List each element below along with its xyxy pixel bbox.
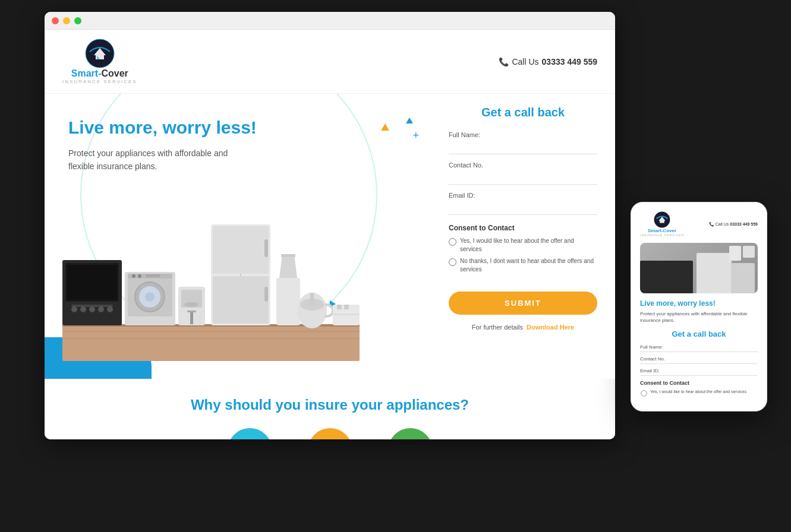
mobile-img-appliance-1 — [729, 246, 741, 261]
mobile-appliance-image — [640, 243, 758, 293]
maximize-btn[interactable] — [74, 17, 81, 24]
mobile-full-name-group: Full Name: — [640, 344, 758, 352]
mobile-contact-label: Contact No. — [640, 356, 758, 362]
consent-section: Consent to Contact Yes, I would like to … — [449, 224, 597, 274]
svg-rect-36 — [281, 254, 295, 257]
close-btn[interactable] — [52, 17, 59, 24]
mobile-logo: Smart-Cover INSURANCE SERVICES — [640, 211, 684, 237]
contact-group: Contact No. — [449, 162, 597, 185]
why-icon-2: 👑 — [308, 428, 352, 439]
hero-section: + ✕ + Live more, worry less! Protect you… — [45, 94, 615, 379]
svg-point-18 — [145, 292, 155, 302]
svg-rect-27 — [190, 312, 193, 324]
svg-rect-42 — [344, 305, 349, 309]
download-text: For further details — [472, 324, 523, 331]
hero-tagline: Live more, worry less! — [68, 118, 413, 138]
email-group: Email ID: — [449, 192, 597, 215]
why-title: Why should you insure your appliances? — [62, 397, 597, 413]
appliances-illustration — [62, 195, 360, 361]
svg-rect-41 — [337, 305, 342, 309]
mobile-mockup: Smart-Cover INSURANCE SERVICES 📞 Call Us… — [631, 202, 767, 411]
form-title: Get a call back — [449, 106, 597, 119]
hero-left: Live more, worry less! Protect your appl… — [45, 94, 431, 379]
svg-rect-32 — [264, 287, 268, 302]
submit-button[interactable]: SUBMIT — [449, 292, 597, 315]
svg-rect-22 — [146, 274, 160, 277]
svg-rect-29 — [213, 226, 269, 274]
mobile-call-label: 📞 Call Us 03333 449 559 — [709, 222, 758, 227]
logo-icon — [85, 39, 115, 68]
download-link[interactable]: Download Here — [527, 324, 574, 331]
consent-title: Consent to Contact — [449, 224, 597, 232]
consent-no-radio[interactable] — [449, 258, 456, 266]
svg-rect-34 — [276, 278, 300, 325]
svg-rect-39 — [310, 293, 314, 305]
download-section: For further details Download Here — [449, 324, 597, 331]
why-icon-3: ⚙ — [388, 428, 433, 439]
call-label: Call Us — [512, 57, 538, 66]
why-icon-1: 🛡 — [228, 428, 272, 439]
svg-point-21 — [138, 274, 141, 278]
mobile-call-section: 📞 Call Us 03333 449 559 — [709, 222, 758, 227]
mobile-consent-yes-text: Yes, I would like to hear about the offe… — [650, 389, 746, 394]
full-name-label: Full Name: — [449, 131, 597, 138]
mobile-img-appliance-2 — [743, 246, 755, 258]
phone-number: 03333 449 559 — [542, 57, 597, 66]
mobile-consent-yes-row: Yes, I would like to hear about the offe… — [640, 389, 758, 397]
why-section: Why should you insure your appliances? 🛡… — [45, 379, 615, 439]
svg-marker-35 — [279, 254, 297, 278]
mobile-email-label: Email ID: — [640, 368, 758, 373]
hero-subtitle: Protect your appliances with affordable … — [68, 147, 235, 173]
mobile-full-name-label: Full Name: — [640, 344, 758, 350]
mobile-img-fridge — [697, 253, 732, 293]
logo-subtitle: INSURANCE SERVICES — [62, 79, 137, 84]
consent-yes-option: Yes, I would like to hear about the offe… — [449, 237, 597, 254]
svg-point-20 — [132, 274, 135, 278]
svg-point-10 — [80, 306, 86, 312]
consent-yes-radio[interactable] — [449, 238, 456, 246]
mobile-phone-icon: 📞 — [709, 222, 714, 227]
svg-point-25 — [184, 302, 198, 307]
svg-rect-1 — [62, 325, 360, 361]
page-content: Smart-Cover INSURANCE SERVICES 📞 Call Us… — [45, 30, 615, 439]
svg-point-11 — [89, 306, 95, 312]
mac-window: Smart-Cover INSURANCE SERVICES 📞 Call Us… — [45, 12, 615, 439]
svg-rect-31 — [264, 239, 268, 257]
svg-rect-7 — [67, 265, 117, 300]
minimize-btn[interactable] — [63, 17, 70, 24]
email-label: Email ID: — [449, 192, 597, 199]
mobile-logo-sub: INSURANCE SERVICES — [640, 233, 684, 237]
svg-rect-43 — [333, 314, 359, 315]
contact-input[interactable] — [449, 170, 597, 181]
full-name-group: Full Name: — [449, 131, 597, 154]
logo-name: Smart-Cover — [71, 68, 128, 79]
mobile-email-group: Email ID: — [640, 368, 758, 376]
mobile-consent-yes-radio[interactable] — [641, 391, 647, 397]
mobile-logo-icon — [654, 211, 670, 228]
consent-yes-label: Yes, I would like to hear about the offe… — [460, 237, 597, 254]
why-icons: 🛡 👑 ⚙ — [62, 428, 597, 439]
consent-no-label: No thanks, I dont want to hear about the… — [460, 257, 597, 274]
mobile-logo-text: Smart-Cover — [648, 228, 676, 233]
mobile-img-oven — [640, 261, 693, 293]
mobile-consent-section: Consent to Contact Yes, I would like to … — [640, 380, 758, 397]
svg-rect-30 — [213, 276, 269, 324]
svg-point-13 — [107, 306, 113, 312]
mobile-tagline: Live more, worry less! — [640, 299, 758, 308]
mobile-contact-group: Contact No. — [640, 356, 758, 364]
svg-rect-26 — [187, 311, 196, 312]
top-bar: Smart-Cover INSURANCE SERVICES 📞 Call Us… — [45, 30, 615, 94]
svg-point-9 — [71, 306, 77, 312]
svg-point-12 — [98, 306, 104, 312]
contact-label: Contact No. — [449, 162, 597, 169]
mobile-img-washer — [731, 263, 755, 293]
mobile-img-small-appliances — [729, 246, 755, 261]
email-input[interactable] — [449, 201, 597, 211]
mobile-top-bar: Smart-Cover INSURANCE SERVICES 📞 Call Us… — [640, 211, 758, 237]
appliances-svg — [62, 195, 360, 361]
full-name-input[interactable] — [449, 140, 597, 151]
mac-titlebar — [45, 12, 615, 30]
call-us-section: 📞 Call Us 03333 449 559 — [499, 57, 597, 66]
consent-no-option: No thanks, I dont want to hear about the… — [449, 257, 597, 274]
mobile-form-title: Get a call back — [640, 330, 758, 338]
